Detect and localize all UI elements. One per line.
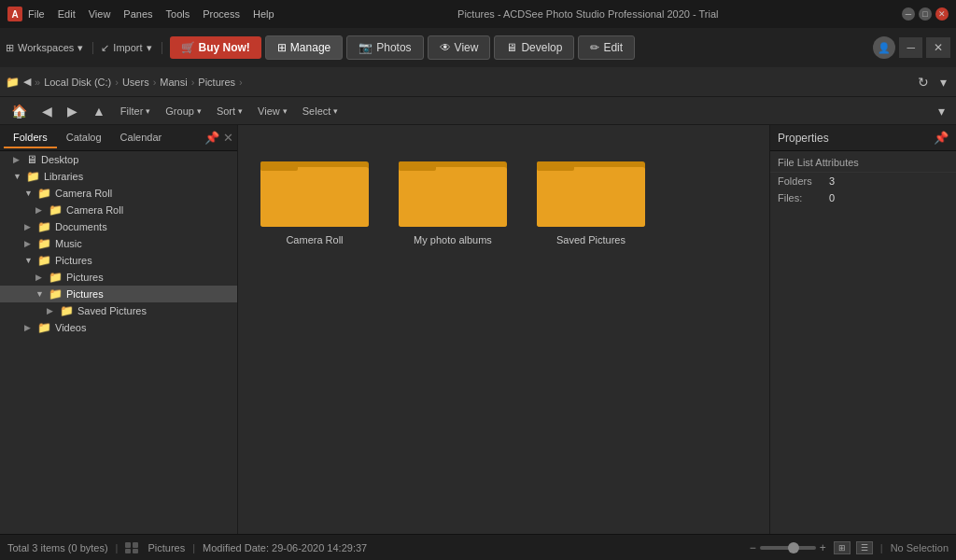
maximize-button[interactable]: □ <box>919 7 932 21</box>
main-area: Folders Catalog Calendar 📌 ✕ ▶ 🖥 Desktop… <box>0 125 956 534</box>
tree-item-saved-pictures[interactable]: ▶ 📁 Saved Pictures <box>0 302 237 319</box>
view-filter-button[interactable]: View ▾ <box>254 104 291 119</box>
tree-item-documents[interactable]: ▶ 📁 Documents <box>0 218 237 235</box>
breadcrumb: ◀ » Local Disk (C:) › Users › Mansi › Pi… <box>23 76 245 88</box>
folder-item-saved-pictures[interactable]: Saved Pictures <box>526 136 656 254</box>
close-button[interactable]: ✕ <box>935 7 949 21</box>
profile-avatar[interactable]: 👤 <box>873 36 895 59</box>
breadcrumb-mansi[interactable]: Mansi <box>160 77 187 88</box>
photos-button[interactable]: 📷 Photos <box>346 35 423 60</box>
thumbnail-view-icon[interactable] <box>125 542 140 553</box>
view-filter-label: View <box>258 105 280 117</box>
nav-back-button[interactable]: ◀ <box>38 102 56 120</box>
workspace-selector[interactable]: ⊞ Workspaces ▾ <box>6 42 93 54</box>
folder-label-my-photo-albums: My photo albums <box>414 234 492 245</box>
props-row-files: Files: 0 <box>770 189 956 206</box>
breadcrumb-separator: » <box>35 77 40 88</box>
props-key-folders: Folders <box>778 175 829 187</box>
nav-up-button[interactable]: ▲ <box>89 102 109 120</box>
camera-roll-icon: 📁 <box>49 203 63 217</box>
select-button[interactable]: Select ▾ <box>299 104 343 119</box>
home-button[interactable]: 🏠 <box>7 102 31 120</box>
pin-sidebar-icon[interactable]: 📌 <box>204 131 219 145</box>
edit-button[interactable]: ✏ Edit <box>578 35 635 60</box>
select-label: Select <box>302 105 331 117</box>
sidebar-tabs: Folders Catalog Calendar 📌 ✕ <box>0 125 237 151</box>
menu-help[interactable]: Help <box>253 8 274 20</box>
sort-button[interactable]: Sort ▾ <box>213 104 246 119</box>
collapse-sidebar-button[interactable]: ▾ <box>935 102 949 120</box>
tab-actions: 📌 ✕ <box>204 131 233 145</box>
svg-rect-2 <box>260 161 298 171</box>
import-button[interactable]: ↙ Import ▾ <box>101 42 162 54</box>
tree-item-desktop[interactable]: ▶ 🖥 Desktop <box>0 151 237 168</box>
tab-catalog[interactable]: Catalog <box>57 128 111 148</box>
zoom-out-icon[interactable]: − <box>750 541 756 554</box>
breadcrumb-pictures[interactable]: Pictures <box>198 77 235 88</box>
tree-expand-desktop: ▶ <box>13 155 24 164</box>
tree-label-camera-roll: Camera Roll <box>66 204 123 216</box>
breadcrumb-actions: ↻ ▾ <box>914 73 950 91</box>
folder-item-camera-roll[interactable]: Camera Roll <box>249 136 380 254</box>
tree-expand-pictures-selected: ▼ <box>35 289 47 299</box>
zoom-slider[interactable]: − + <box>750 541 826 554</box>
tree-label-desktop: Desktop <box>41 154 78 165</box>
buy-now-button[interactable]: 🛒 Buy Now! <box>170 36 261 59</box>
pin-properties-icon[interactable]: 📌 <box>934 131 949 145</box>
tree-item-camera-roll-lib[interactable]: ▼ 📁 Camera Roll <box>0 185 237 202</box>
view-mode-icons: ⊞ ☰ <box>834 541 873 554</box>
breadcrumb-users[interactable]: Users <box>122 77 149 88</box>
zoom-in-icon[interactable]: + <box>820 541 826 554</box>
tree-item-camera-roll[interactable]: ▶ 📁 Camera Roll <box>0 202 237 218</box>
properties-panel: Properties 📌 File List Attributes Folder… <box>769 125 956 534</box>
group-button[interactable]: Group ▾ <box>162 104 205 119</box>
workspace-arrow: ▾ <box>77 42 83 54</box>
edit-icon: ✏ <box>590 41 599 54</box>
eye-icon: 👁 <box>440 41 451 54</box>
tree-label-saved-pictures: Saved Pictures <box>77 305 147 316</box>
breadcrumb-back[interactable]: ◀ <box>23 76 31 88</box>
props-val-folders: 3 <box>829 175 835 187</box>
folder-item-my-photo-albums[interactable]: My photo albums <box>387 136 518 254</box>
minimize-button[interactable]: ─ <box>902 7 915 21</box>
detail-view-icon[interactable]: ☰ <box>856 541 873 554</box>
restore-down-button[interactable]: ─ <box>899 37 922 58</box>
status-bar: Total 3 items (0 bytes) | Pictures | Mod… <box>0 534 956 560</box>
menu-tools[interactable]: Tools <box>166 8 190 20</box>
saved-pictures-icon: 📁 <box>60 304 74 317</box>
status-total: Total 3 items (0 bytes) <box>7 542 108 553</box>
grid-view-icon[interactable]: ⊞ <box>834 541 851 554</box>
manage-button[interactable]: ⊞ Manage <box>265 35 343 60</box>
develop-button[interactable]: 🖥 Develop <box>494 35 574 60</box>
tree-item-music[interactable]: ▶ 📁 Music <box>0 235 237 252</box>
grid-icon: ⊞ <box>277 41 287 54</box>
tab-calendar[interactable]: Calendar <box>111 128 172 148</box>
tree-item-pictures-selected[interactable]: ▼ 📁 Pictures <box>0 286 237 302</box>
dropdown-button[interactable]: ▾ <box>936 73 950 91</box>
tree-label-pictures-lib: Pictures <box>55 255 92 266</box>
filter-button[interactable]: Filter ▾ <box>117 104 154 119</box>
view-button[interactable]: 👁 View <box>428 35 491 60</box>
tree-label-libraries: Libraries <box>44 171 83 182</box>
tree-label-documents: Documents <box>55 221 107 232</box>
close-sidebar-icon[interactable]: ✕ <box>223 131 233 145</box>
menu-file[interactable]: File <box>28 8 45 20</box>
tree-item-libraries[interactable]: ▼ 📁 Libraries <box>0 168 237 185</box>
libraries-icon: 📁 <box>26 170 40 183</box>
tab-folders[interactable]: Folders <box>4 128 57 148</box>
menu-process[interactable]: Process <box>203 8 240 20</box>
menu-view[interactable]: View <box>89 8 111 20</box>
tree-item-pictures-child[interactable]: ▶ 📁 Pictures <box>0 269 237 286</box>
close-app-button[interactable]: ✕ <box>926 37 950 58</box>
breadcrumb-localdisk[interactable]: Local Disk (C:) <box>44 77 111 88</box>
nav-forward-button[interactable]: ▶ <box>63 102 81 120</box>
tree-item-pictures-lib[interactable]: ▼ 📁 Pictures <box>0 252 237 269</box>
manage-label: Manage <box>290 41 330 54</box>
tree-expand-camera-roll: ▶ <box>35 205 47 215</box>
refresh-button[interactable]: ↻ <box>914 73 933 91</box>
buy-now-label: Buy Now! <box>199 41 250 54</box>
status-pictures-label: Pictures <box>148 542 185 553</box>
menu-panes[interactable]: Panes <box>123 8 152 20</box>
tree-item-videos[interactable]: ▶ 📁 Videos <box>0 319 237 336</box>
menu-edit[interactable]: Edit <box>58 8 76 20</box>
